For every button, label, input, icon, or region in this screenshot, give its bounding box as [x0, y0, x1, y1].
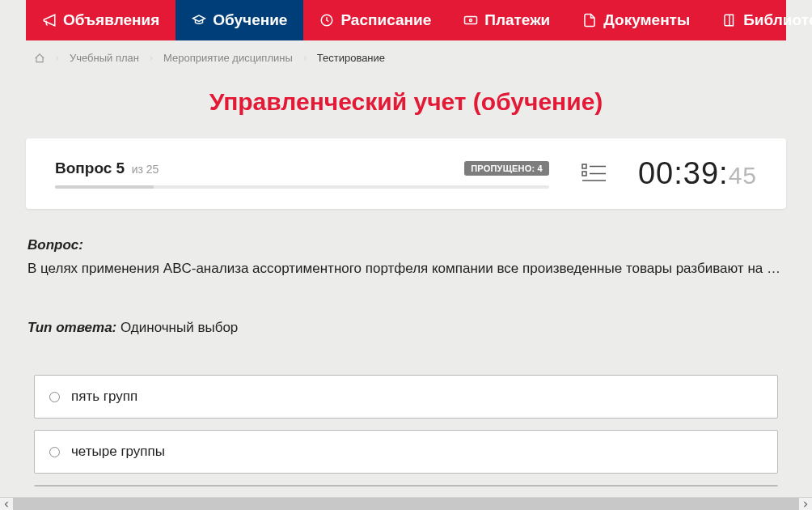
option-text: пять групп	[71, 389, 137, 405]
breadcrumb-event[interactable]: Мероприятие дисциплины	[163, 52, 293, 64]
scroll-left-button[interactable]	[0, 498, 13, 511]
answer-type-value: Одиночный выбор	[121, 320, 238, 335]
question-total: из 25	[132, 163, 159, 176]
nav-label: Платежи	[484, 11, 550, 29]
clock-icon	[319, 13, 334, 28]
option-1[interactable]: пять групп	[34, 375, 778, 419]
timer: 00:39:45	[638, 156, 757, 191]
book-icon	[722, 13, 737, 28]
question-label: Вопрос:	[27, 237, 785, 253]
breadcrumb: Учебный план Мероприятие дисциплины Тест…	[26, 40, 786, 72]
document-icon	[582, 13, 597, 28]
page-title: Управленческий учет (обучение)	[26, 88, 786, 116]
svg-point-2	[470, 19, 472, 22]
progress-bar	[55, 185, 549, 189]
page-wrapper[interactable]: Объявления Обучение Расписание Платежи	[0, 0, 812, 497]
question-number: Вопрос 5	[55, 159, 125, 176]
main-navbar: Объявления Обучение Расписание Платежи	[26, 0, 786, 40]
breadcrumb-testing: Тестирование	[317, 52, 385, 64]
nav-label: Объявления	[63, 11, 159, 29]
option-3-partial[interactable]	[34, 485, 778, 487]
payment-icon	[463, 13, 478, 28]
question-header-card: Вопрос 5 из 25 ПРОПУЩЕНО: 4 00:39:45	[26, 138, 786, 209]
chevron-right-icon	[301, 54, 309, 62]
timer-ms: 45	[729, 162, 757, 189]
nav-label: Библиотека	[743, 11, 812, 29]
nav-label: Расписание	[340, 11, 431, 29]
nav-documents[interactable]: Документы	[566, 0, 706, 40]
svg-rect-5	[582, 172, 586, 176]
answer-type: Тип ответа: Одиночный выбор	[27, 320, 785, 336]
home-icon[interactable]	[34, 53, 45, 64]
option-2[interactable]: четыре группы	[34, 430, 778, 474]
nav-schedule[interactable]: Расписание	[303, 0, 447, 40]
answer-type-label: Тип ответа:	[27, 320, 116, 335]
timer-minutes: 00	[638, 156, 674, 190]
scroll-thumb[interactable]	[13, 498, 799, 510]
question-body: Вопрос: В целях применения ABC-анализа а…	[26, 209, 786, 487]
breadcrumb-plan[interactable]: Учебный план	[70, 52, 139, 64]
options-list: пять групп четыре группы	[34, 375, 778, 487]
svg-rect-3	[582, 164, 586, 168]
graduation-icon	[192, 13, 206, 28]
nav-label: Обучение	[213, 11, 287, 29]
scroll-track[interactable]	[13, 498, 799, 510]
nav-label: Документы	[603, 11, 690, 29]
horizontal-scrollbar[interactable]	[0, 497, 812, 510]
question-text: В целях применения ABC-анализа ассортиме…	[27, 258, 785, 279]
megaphone-icon	[42, 13, 57, 28]
radio-icon[interactable]	[49, 447, 60, 457]
chevron-right-icon	[53, 54, 61, 62]
option-text: четыре группы	[71, 444, 165, 460]
skipped-badge: ПРОПУЩЕНО: 4	[464, 161, 549, 176]
chevron-right-icon	[147, 54, 155, 62]
radio-icon[interactable]	[49, 392, 60, 402]
nav-education[interactable]: Обучение	[176, 0, 303, 40]
question-list-icon[interactable]	[582, 164, 606, 185]
nav-payments[interactable]: Платежи	[447, 0, 566, 40]
timer-seconds: 39	[683, 156, 719, 190]
nav-announcements[interactable]: Объявления	[26, 0, 176, 40]
progress-fill	[55, 185, 154, 189]
svg-rect-1	[465, 17, 477, 24]
scroll-right-button[interactable]	[799, 498, 812, 511]
nav-library[interactable]: Библиотека	[706, 0, 812, 40]
